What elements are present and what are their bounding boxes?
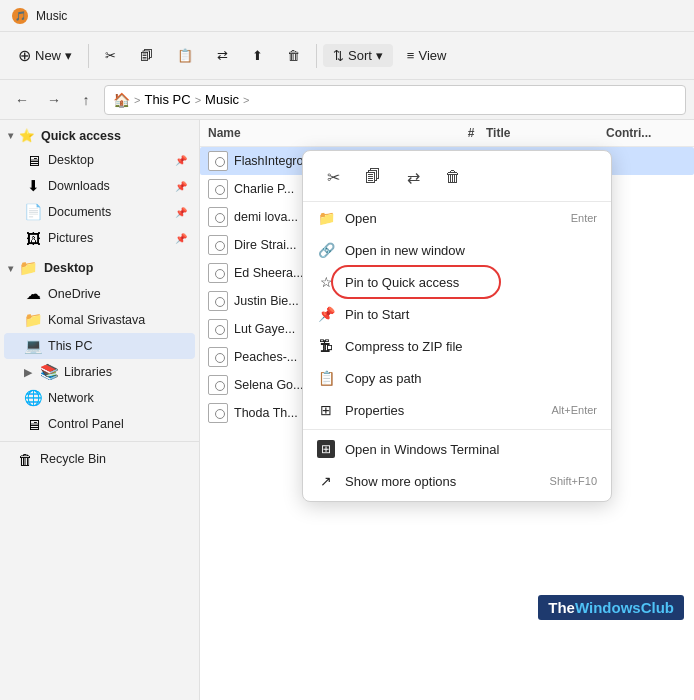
rename-button[interactable]: ⇄ [207, 44, 238, 67]
quick-access-header[interactable]: ▾ ⭐ Quick access [0, 124, 199, 147]
cm-pin-start-item[interactable]: 📌 Pin to Start [303, 298, 611, 330]
sidebar: ▾ ⭐ Quick access 🖥 Desktop 📌 ⬇ Downloads… [0, 120, 200, 700]
up-button[interactable]: ↑ [72, 86, 100, 114]
controlpanel-icon: 🖥 [24, 416, 42, 433]
recyclebin-icon: 🗑 [16, 451, 34, 468]
up-icon: ↑ [83, 92, 90, 108]
sidebar-item-desktop[interactable]: 🖥 Desktop 📌 [4, 147, 195, 173]
file-list-header: Name # Title Contri... [200, 120, 694, 147]
cm-terminal-icon: ⊞ [317, 440, 335, 458]
breadcrumb-thispc[interactable]: This PC [144, 92, 190, 107]
back-button[interactable]: ← [8, 86, 36, 114]
sidebar-item-pictures[interactable]: 🖼 Pictures 📌 [4, 225, 195, 251]
sort-button[interactable]: ⇅ Sort ▾ [323, 44, 393, 67]
view-button[interactable]: ≡ View [397, 44, 457, 67]
cm-properties-item[interactable]: ⊞ Properties Alt+Enter [303, 394, 611, 426]
cm-separator [303, 429, 611, 430]
toolbar-separator [88, 44, 89, 68]
paste-button[interactable]: 📋 [167, 44, 203, 67]
breadcrumb-home-icon: 🏠 [113, 92, 130, 108]
cm-open-item[interactable]: 📁 Open Enter [303, 202, 611, 234]
breadcrumb-sep-1: > [134, 94, 140, 106]
sidebar-bottom: 🗑 Recycle Bin [0, 441, 199, 472]
cm-copy-path-icon: 📋 [317, 369, 335, 387]
cm-pin-quickaccess-label: Pin to Quick access [345, 275, 597, 290]
network-icon: 🌐 [24, 389, 42, 407]
breadcrumb[interactable]: 🏠 > This PC > Music > [104, 85, 686, 115]
cm-terminal-item[interactable]: ⊞ Open in Windows Terminal [303, 433, 611, 465]
toolbar: ⊕ New ▾ ✂ 🗐 📋 ⇄ ⬆ 🗑 ⇅ Sort ▾ ≡ View [0, 32, 694, 80]
music-file-icon [208, 403, 228, 423]
breadcrumb-music[interactable]: Music [205, 92, 239, 107]
cm-open-new-window-label: Open in new window [345, 243, 597, 258]
sidebar-item-downloads[interactable]: ⬇ Downloads 📌 [4, 173, 195, 199]
sidebar-item-documents[interactable]: 📄 Documents 📌 [4, 199, 195, 225]
sidebar-item-libraries[interactable]: ▶ 📚 Libraries [4, 359, 195, 385]
cm-more-options-shortcut: Shift+F10 [550, 475, 597, 487]
sidebar-item-controlpanel[interactable]: 🖥 Control Panel [4, 411, 195, 437]
downloads-icon: ⬇ [24, 177, 42, 195]
cm-pin-start-label: Pin to Start [345, 307, 597, 322]
main-layout: ▾ ⭐ Quick access 🖥 Desktop 📌 ⬇ Downloads… [0, 120, 694, 700]
cm-more-options-icon: ↗ [317, 472, 335, 490]
sidebar-item-onedrive[interactable]: ☁ OneDrive [4, 281, 195, 307]
cm-compress-icon: 🗜 [317, 337, 335, 355]
music-file-icon [208, 347, 228, 367]
cm-open-icon: 📁 [317, 209, 335, 227]
cm-properties-shortcut: Alt+Enter [551, 404, 597, 416]
back-icon: ← [15, 92, 29, 108]
onedrive-icon: ☁ [24, 285, 42, 303]
cm-copy-path-label: Copy as path [345, 371, 597, 386]
cm-pin-quickaccess-item[interactable]: ☆ Pin to Quick access [303, 266, 611, 298]
chevron-down-icon-2: ▾ [8, 263, 13, 274]
copy-button[interactable]: 🗐 [130, 44, 163, 67]
sidebar-item-network[interactable]: 🌐 Network [4, 385, 195, 411]
sidebar-item-recyclebin[interactable]: 🗑 Recycle Bin [4, 446, 195, 472]
cm-compress-label: Compress to ZIP file [345, 339, 597, 354]
forward-button[interactable]: → [40, 86, 68, 114]
col-num-header: # [456, 126, 486, 140]
pin-icon-4: 📌 [175, 233, 187, 244]
cm-copy-icon: 🗐 [365, 168, 381, 186]
sort-icon: ⇅ [333, 48, 344, 63]
desktop-icon: 🖥 [24, 152, 42, 169]
breadcrumb-sep-3: > [243, 94, 249, 106]
cm-terminal-label: Open in Windows Terminal [345, 442, 597, 457]
cm-copy-button[interactable]: 🗐 [355, 161, 391, 193]
cm-cut-button[interactable]: ✂ [315, 161, 351, 193]
cm-open-new-window-item[interactable]: 🔗 Open in new window [303, 234, 611, 266]
documents-icon: 📄 [24, 203, 42, 221]
cm-rename-button[interactable]: ⇄ [395, 161, 431, 193]
music-file-icon [208, 263, 228, 283]
cm-rename-icon: ⇄ [407, 168, 420, 187]
quick-access-icon: ⭐ [19, 128, 35, 143]
forward-icon: → [47, 92, 61, 108]
cm-copy-path-item[interactable]: 📋 Copy as path [303, 362, 611, 394]
thispc-icon: 💻 [24, 337, 42, 355]
pictures-icon: 🖼 [24, 230, 42, 247]
cm-more-options-item[interactable]: ↗ Show more options Shift+F10 [303, 465, 611, 497]
desktop-section-header[interactable]: ▾ 📁 Desktop [0, 255, 199, 281]
sidebar-item-komal[interactable]: 📁 Komal Srivastava [4, 307, 195, 333]
share-button[interactable]: ⬆ [242, 44, 273, 67]
new-button[interactable]: ⊕ New ▾ [8, 42, 82, 69]
chevron-down-icon: ▾ [8, 130, 13, 141]
cut-button[interactable]: ✂ [95, 44, 126, 67]
desktop-folder-icon: 📁 [19, 259, 38, 277]
cm-delete-button[interactable]: 🗑 [435, 161, 471, 193]
pin-icon: 📌 [175, 155, 187, 166]
copy-icon: 🗐 [140, 48, 153, 63]
col-contrib-header: Contri... [606, 126, 686, 140]
cm-open-label: Open [345, 211, 561, 226]
watermark: TheWindowsClub [538, 595, 684, 620]
cm-properties-label: Properties [345, 403, 541, 418]
music-file-icon [208, 291, 228, 311]
sidebar-item-thispc[interactable]: 💻 This PC [4, 333, 195, 359]
music-file-icon [208, 235, 228, 255]
quick-access-label: Quick access [41, 129, 121, 143]
pin-icon-2: 📌 [175, 181, 187, 192]
share-icon: ⬆ [252, 48, 263, 63]
cm-compress-item[interactable]: 🗜 Compress to ZIP file [303, 330, 611, 362]
col-name-header: Name [208, 126, 456, 140]
delete-button[interactable]: 🗑 [277, 44, 310, 67]
